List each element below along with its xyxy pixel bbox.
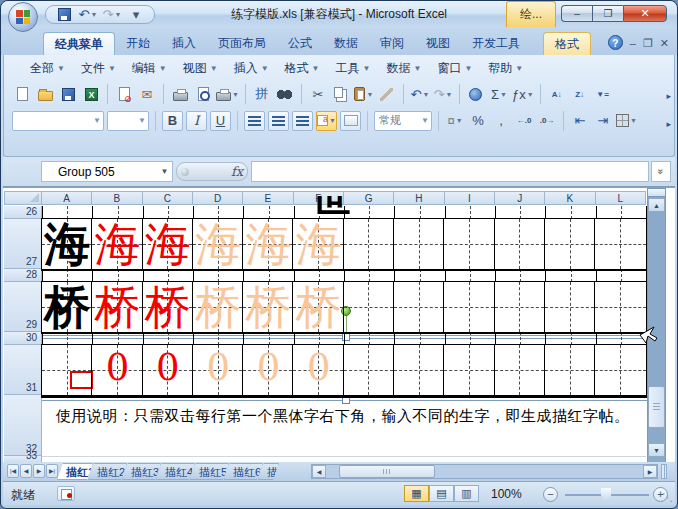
autosum-button[interactable]: Σ▼ xyxy=(489,84,509,104)
office-button[interactable] xyxy=(8,2,38,32)
practice-cell[interactable] xyxy=(495,345,545,395)
chevron-down-icon[interactable]: ▼ xyxy=(630,117,637,124)
row-header-32[interactable]: 32 xyxy=(4,395,42,456)
column-header-K[interactable]: K xyxy=(545,191,595,205)
attach-button[interactable]: ✉ xyxy=(137,84,157,104)
column-header-L[interactable]: L xyxy=(596,191,646,205)
scrollbar-split-handle[interactable] xyxy=(648,189,665,197)
menu-编辑[interactable]: 编辑▼ xyxy=(132,60,167,77)
column-header-B[interactable]: B xyxy=(92,191,142,205)
column-header-J[interactable]: J xyxy=(495,191,545,205)
column-header-D[interactable]: D xyxy=(193,191,243,205)
menu-数据[interactable]: 数据▼ xyxy=(386,60,421,77)
first-sheet-icon[interactable]: |◀ xyxy=(7,464,19,478)
hyperlink-button[interactable] xyxy=(466,84,486,104)
copy-button[interactable] xyxy=(331,84,351,104)
menu-窗口[interactable]: 窗口▼ xyxy=(437,60,472,77)
ribbon-tab-审阅[interactable]: 审阅 xyxy=(369,32,415,55)
contextual-tab-drawing-tools[interactable]: 绘... xyxy=(506,1,556,27)
chevron-down-icon[interactable]: ▼ xyxy=(329,117,336,124)
prev-sheet-icon[interactable]: ◀ xyxy=(20,464,32,478)
save-button[interactable] xyxy=(58,84,78,104)
sheet-tab-描红1[interactable]: 描红1 xyxy=(57,463,93,480)
horizontal-scrollbar[interactable]: ◀ ▶ xyxy=(311,464,658,479)
row-header-27[interactable]: 27 xyxy=(4,219,42,269)
practice-cell[interactable] xyxy=(42,345,92,395)
horizontal-scrollbar-thumb[interactable] xyxy=(339,465,435,478)
tab-split-handle[interactable] xyxy=(661,464,667,479)
menu-格式[interactable]: 格式▼ xyxy=(285,60,320,77)
practice-cell[interactable] xyxy=(495,219,545,269)
print-preview-button[interactable] xyxy=(193,84,213,104)
sheet-tab-描红6[interactable]: 描红6 xyxy=(224,463,263,480)
menu-工具[interactable]: 工具▼ xyxy=(336,60,371,77)
sheet-tab-描红5[interactable]: 描红5 xyxy=(190,463,229,480)
borders-button[interactable]: ▼ xyxy=(616,111,637,131)
practice-cell[interactable] xyxy=(444,219,494,269)
name-box-dropdown-icon[interactable]: ▼ xyxy=(157,167,172,176)
chevron-down-icon[interactable]: ▼ xyxy=(422,91,429,98)
practice-cell[interactable] xyxy=(595,219,645,269)
align-left-button[interactable] xyxy=(244,111,265,131)
menu-视图[interactable]: 视图▼ xyxy=(183,60,218,77)
research-button[interactable] xyxy=(275,84,295,104)
merge-center-button[interactable]: ▼ xyxy=(316,111,337,131)
name-box[interactable]: Group 505 ▼ xyxy=(41,161,173,182)
currency-button[interactable]: ¤▼ xyxy=(445,111,465,131)
help-icon[interactable]: ? xyxy=(608,35,623,50)
vertical-scrollbar-thumb[interactable] xyxy=(648,386,665,428)
toolbar-overflow-icon[interactable]: ▸ xyxy=(666,91,671,101)
practice-cell[interactable] xyxy=(595,345,645,395)
chevron-down-icon[interactable]: ▼ xyxy=(366,91,373,98)
column-header-C[interactable]: C xyxy=(143,191,193,205)
chevron-down-icon[interactable]: ▼ xyxy=(445,91,452,98)
ribbon-tab-插入[interactable]: 插入 xyxy=(161,32,207,55)
font-size-dropdown[interactable]: ▼ xyxy=(107,111,149,131)
bold-button[interactable]: B xyxy=(162,111,183,131)
decrease-decimal-button[interactable]: .0→ xyxy=(537,111,557,131)
sheet-tab-描红4[interactable]: 描红4 xyxy=(156,463,195,480)
close-button[interactable]: ✕ xyxy=(623,5,667,22)
chevron-down-icon[interactable]: ▼ xyxy=(456,117,463,124)
insert-function-button[interactable]: ƒx▼ xyxy=(512,84,534,104)
permission-button[interactable] xyxy=(114,84,134,104)
macro-record-icon[interactable] xyxy=(57,486,75,501)
worksheet-area[interactable]: 使用说明：只需双击每行第一个黑体字右下角，输入不同的生字，即生成描红字帖。 ▲ … xyxy=(3,187,675,462)
sheet-tab-描红3[interactable]: 描红3 xyxy=(122,463,161,480)
workbook-restore-button[interactable]: ❐ xyxy=(643,36,653,50)
row-header-30[interactable]: 30 xyxy=(4,332,42,345)
cut-button[interactable]: ✂ xyxy=(308,84,328,104)
increase-indent-button[interactable]: ⇥ xyxy=(593,111,613,131)
align-center-button[interactable] xyxy=(268,111,289,131)
row-header-31[interactable]: 31 xyxy=(4,345,42,395)
practice-cell[interactable] xyxy=(545,219,595,269)
number-format-dropdown[interactable]: 常规▼ xyxy=(374,111,432,131)
underline-button[interactable]: U xyxy=(210,111,231,131)
percent-button[interactable]: % xyxy=(468,111,488,131)
chevron-down-icon[interactable]: ▼ xyxy=(138,116,146,125)
next-sheet-icon[interactable]: ▶ xyxy=(33,464,45,478)
practice-cell[interactable] xyxy=(444,345,494,395)
page-layout-view-button[interactable]: ▤ xyxy=(429,485,454,502)
practice-cell[interactable] xyxy=(344,282,394,332)
ribbon-tab-经典菜单[interactable]: 经典菜单 xyxy=(43,32,115,55)
practice-cell[interactable] xyxy=(394,345,444,395)
align-right-button[interactable] xyxy=(292,111,313,131)
ribbon-tab-开发工具[interactable]: 开发工具 xyxy=(461,32,531,55)
insert-function-icon[interactable]: fx xyxy=(231,164,243,179)
excel-workbook-button[interactable] xyxy=(81,84,101,104)
practice-cell[interactable] xyxy=(394,282,444,332)
minimize-button[interactable]: – xyxy=(561,5,592,22)
ribbon-tab-开始[interactable]: 开始 xyxy=(115,32,161,55)
new-button[interactable] xyxy=(12,84,32,104)
formula-input[interactable] xyxy=(251,161,649,182)
practice-cell[interactable] xyxy=(495,282,545,332)
spelling-button[interactable]: 拼 xyxy=(252,84,272,104)
page-break-view-button[interactable]: ▥ xyxy=(454,485,479,502)
select-all-corner[interactable] xyxy=(4,191,42,205)
zoom-slider-thumb[interactable] xyxy=(601,488,611,501)
ribbon-tab-数据[interactable]: 数据 xyxy=(323,32,369,55)
vertical-scrollbar[interactable]: ▲ ▼ xyxy=(647,188,666,462)
chevron-down-icon[interactable]: ▼ xyxy=(527,91,534,98)
resize-grip[interactable]: ⋱ xyxy=(662,491,673,504)
